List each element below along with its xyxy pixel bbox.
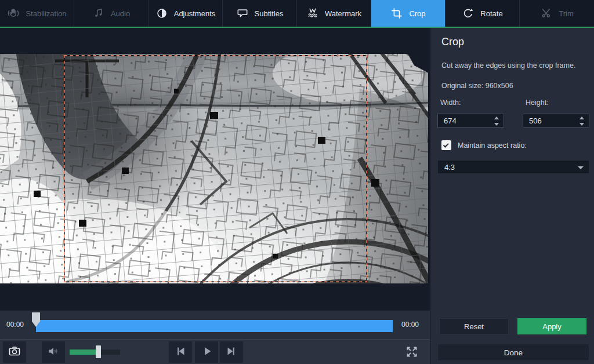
original-size-text: Original size: 960x506 xyxy=(441,82,513,90)
height-field-wrap xyxy=(523,114,589,128)
next-frame-button[interactable] xyxy=(220,341,243,363)
crop-icon xyxy=(390,7,403,20)
progress-bar[interactable] xyxy=(36,320,393,332)
watermark-icon xyxy=(306,7,319,20)
tab-adjustments[interactable]: Adjustments xyxy=(148,0,223,27)
play-button[interactable] xyxy=(195,341,218,363)
play-icon xyxy=(200,344,213,360)
next-frame-icon xyxy=(224,344,238,360)
apply-button[interactable]: Apply xyxy=(517,318,586,334)
volume-fill xyxy=(70,350,99,355)
tab-stabilization[interactable]: Stabilization xyxy=(0,0,74,27)
tab-label: Subtitles xyxy=(255,9,284,18)
crop-frame[interactable] xyxy=(64,55,367,282)
tab-label: Audio xyxy=(111,9,130,18)
total-time: 00:00 xyxy=(401,321,419,329)
tab-label: Rotate xyxy=(480,9,502,18)
stepper-down-icon[interactable] xyxy=(494,123,499,126)
scissors-icon xyxy=(540,7,553,20)
toolbar: Stabilization Audio Adjustments Subtitle… xyxy=(0,0,594,27)
checkmark-icon xyxy=(443,142,449,148)
maintain-aspect-label: Maintain aspect ratio: xyxy=(458,141,527,150)
tab-crop[interactable]: Crop xyxy=(371,0,446,27)
crop-settings-panel: Crop Cut away the edges using the crop f… xyxy=(430,28,594,364)
reset-button[interactable]: Reset xyxy=(439,318,509,334)
volume-slider-handle[interactable] xyxy=(96,345,101,358)
aspect-ratio-value: 4:3 xyxy=(444,163,455,172)
speech-bubble-icon xyxy=(236,7,249,20)
tab-trim[interactable]: Trim xyxy=(520,0,594,27)
volume-icon xyxy=(46,344,60,360)
volume-slider[interactable] xyxy=(70,350,120,355)
hand-icon xyxy=(7,7,20,20)
width-label: Width: xyxy=(440,99,461,107)
done-button[interactable]: Done xyxy=(437,344,589,361)
maintain-aspect-checkbox-row[interactable]: Maintain aspect ratio: xyxy=(441,140,527,150)
height-stepper[interactable] xyxy=(579,117,585,126)
height-input[interactable] xyxy=(523,114,571,127)
chevron-down-icon xyxy=(578,166,584,169)
height-label: Height: xyxy=(526,99,549,107)
tab-label: Watermark xyxy=(325,9,361,18)
rotate-icon xyxy=(462,7,475,20)
video-preview-area: 00:00 00:00 xyxy=(0,28,430,364)
tab-label: Trim xyxy=(559,9,574,18)
stepper-up-icon[interactable] xyxy=(494,117,499,119)
aspect-ratio-dropdown[interactable]: 4:3 xyxy=(437,160,589,174)
tab-label: Adjustments xyxy=(174,9,216,18)
maintain-aspect-checkbox[interactable] xyxy=(441,140,451,150)
width-stepper[interactable] xyxy=(494,117,500,126)
width-input[interactable] xyxy=(438,114,486,127)
tab-subtitles[interactable]: Subtitles xyxy=(223,0,297,27)
seek-timeline: 00:00 00:00 xyxy=(0,310,430,339)
fullscreen-icon xyxy=(404,352,419,361)
width-field-wrap xyxy=(437,114,504,128)
music-note-icon xyxy=(92,7,105,20)
panel-title: Crop xyxy=(441,36,464,48)
tab-rotate[interactable]: Rotate xyxy=(446,0,520,27)
panel-description: Cut away the edges using the crop frame. xyxy=(441,61,575,70)
previous-frame-button[interactable] xyxy=(169,341,192,363)
tab-label: Crop xyxy=(409,9,425,18)
mute-button[interactable] xyxy=(42,341,65,363)
tab-watermark[interactable]: Watermark xyxy=(297,0,371,27)
snapshot-button[interactable] xyxy=(3,341,26,363)
snapshot-camera-icon xyxy=(8,344,21,360)
contrast-icon xyxy=(155,7,168,20)
tab-label: Stabilization xyxy=(26,9,66,18)
tab-audio[interactable]: Audio xyxy=(74,0,148,27)
previous-frame-icon xyxy=(173,344,187,360)
playback-controls-bar xyxy=(0,339,430,364)
elapsed-time: 00:00 xyxy=(6,321,24,329)
stepper-up-icon[interactable] xyxy=(579,117,584,119)
stepper-down-icon[interactable] xyxy=(579,123,584,126)
fullscreen-button[interactable] xyxy=(403,344,421,361)
